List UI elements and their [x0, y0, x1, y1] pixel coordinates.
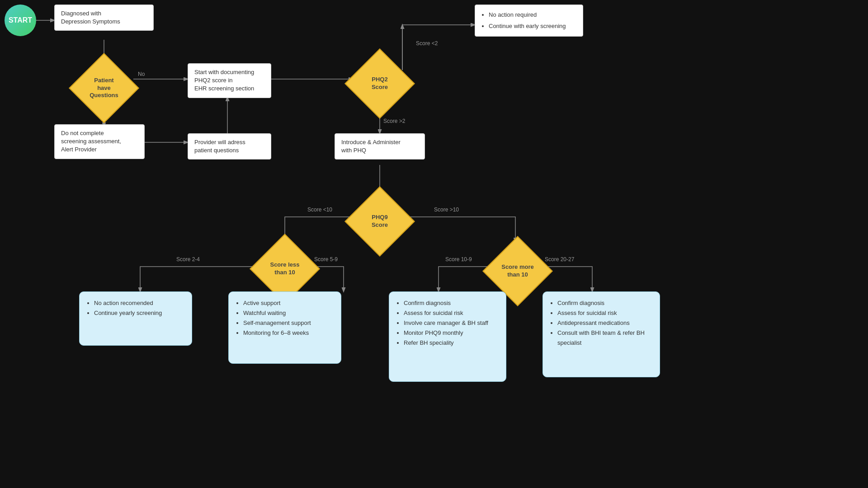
start-node: START	[5, 5, 36, 36]
svg-text:Score >2: Score >2	[383, 118, 406, 124]
phq2-shape	[344, 48, 415, 119]
introduce-administer-text: Introduce & Administer with PHQ	[341, 139, 401, 154]
active-support-box: Active support Watchful waiting Self-man…	[228, 291, 341, 364]
active-support-item2: Watchful waiting	[243, 308, 334, 318]
no-action-item1: No action required	[489, 9, 576, 21]
no-action-recomended-item2: Continue yearly screening	[94, 308, 184, 318]
no-action-recomended-box: No action recomended Continue yearly scr…	[79, 291, 192, 346]
svg-text:No: No	[138, 71, 145, 77]
score-less-10-diamond: Score less than 10	[255, 239, 314, 298]
provider-address-box: Provider will adress patient questions	[188, 133, 271, 160]
phq9-diamond: PHQ9 Score	[350, 192, 409, 251]
provider-address-text: Provider will adress patient questions	[194, 139, 245, 154]
confirm-diag2-item2: Assess for suicidal risk	[557, 308, 652, 318]
svg-text:Score <2: Score <2	[416, 40, 438, 47]
flowchart: No Yes Score <2 Score >2 Score <10 Score…	[0, 0, 868, 488]
confirm-diagnosis-1-box: Confirm diagnosis Assess for suicidal ri…	[389, 291, 506, 382]
active-support-item1: Active support	[243, 298, 334, 308]
svg-text:Score 5-9: Score 5-9	[314, 256, 338, 263]
start-documenting-text: Start with documenting PHQ2 score in EHR…	[194, 69, 254, 92]
svg-text:Score <10: Score <10	[307, 206, 332, 213]
introduce-administer-box: Introduce & Administer with PHQ	[335, 133, 425, 160]
svg-text:Score 2-4: Score 2-4	[176, 256, 200, 263]
phq9-shape	[344, 186, 415, 257]
do-not-complete-box: Do not complete screening assessment, Al…	[54, 124, 145, 159]
confirm-diag2-item1: Confirm diagnosis	[557, 298, 652, 308]
diagnosed-text: Diagnosed with Depression Symptoms	[61, 10, 120, 25]
svg-text:Score 10-9: Score 10-9	[445, 256, 472, 263]
svg-text:Score >10: Score >10	[434, 206, 459, 213]
no-action-item2: Continue with early screening	[489, 21, 576, 32]
confirm-diag1-item4: Monitor PHQ9 monthly	[404, 328, 499, 338]
active-support-item3: Self-management support	[243, 318, 334, 328]
confirm-diag1-item3: Involve care manager & BH staff	[404, 318, 499, 328]
confirm-diag1-item1: Confirm diagnosis	[404, 298, 499, 308]
confirm-diag1-item5: Refer BH speciality	[404, 338, 499, 348]
no-action-recomended-item1: No action recomended	[94, 298, 184, 308]
active-support-item4: Monitoring for 6–8 weeks	[243, 328, 334, 338]
no-action-required-box: No action required Continue with early s…	[475, 5, 583, 37]
start-label: START	[9, 16, 32, 24]
start-documenting-box: Start with documenting PHQ2 score in EHR…	[188, 63, 271, 98]
diagnosed-box: Diagnosed with Depression Symptoms	[54, 5, 154, 31]
confirm-diag1-item2: Assess for suicidal risk	[404, 308, 499, 318]
patient-questions-shape	[69, 53, 139, 123]
confirm-diagnosis-2-box: Confirm diagnosis Assess for suicidal ri…	[542, 291, 660, 377]
confirm-diag2-item3: Antidepressant medications	[557, 318, 652, 328]
phq2-diamond: PHQ2 Score	[350, 54, 409, 113]
confirm-diag2-item4: Consult with BHI team & refer BH special…	[557, 328, 652, 348]
do-not-complete-text: Do not complete screening assessment, Al…	[61, 130, 121, 153]
patient-questions-diamond: Patient have Questions	[70, 54, 138, 122]
